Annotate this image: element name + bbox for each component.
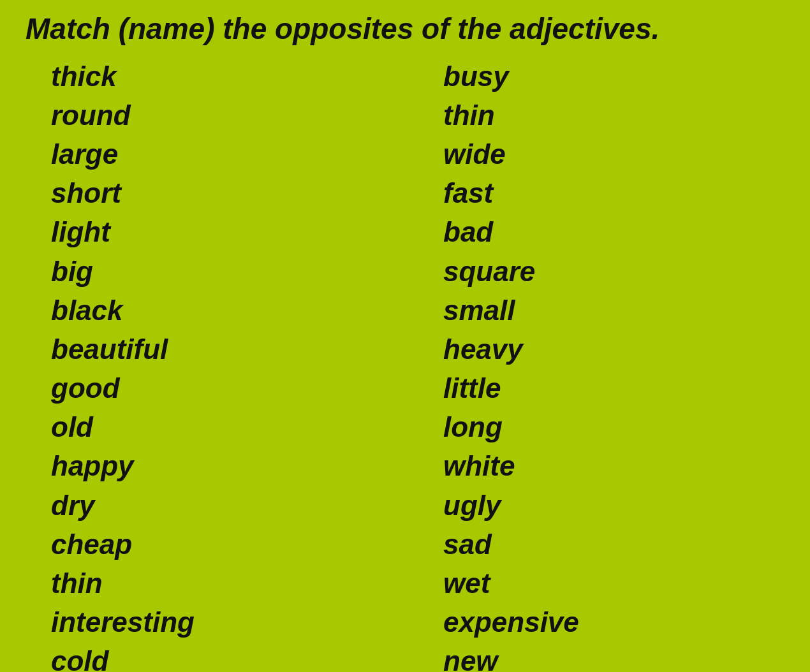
list-item: small: [405, 291, 784, 330]
list-item: little: [405, 369, 784, 407]
list-item: old: [26, 407, 405, 446]
list-item: sad: [405, 525, 784, 564]
list-item: thin: [26, 564, 405, 603]
list-item: good: [26, 369, 405, 407]
list-item: new: [405, 641, 784, 672]
list-item: beautiful: [26, 330, 405, 369]
list-item: thin: [405, 96, 784, 135]
list-item: heavy: [405, 330, 784, 369]
list-item: wide: [405, 135, 784, 173]
list-item: black: [26, 291, 405, 330]
list-item: cold: [26, 641, 405, 672]
list-item: long: [405, 407, 784, 446]
list-item: cheap: [26, 525, 405, 564]
list-item: wet: [405, 564, 784, 603]
list-item: square: [405, 252, 784, 291]
list-item: busy: [405, 57, 784, 96]
list-item: thick: [26, 57, 405, 96]
list-item: large: [26, 135, 405, 173]
list-item: bad: [405, 212, 784, 251]
list-item: round: [26, 96, 405, 135]
word-grid: thickbusyroundthinlargewideshortfastligh…: [26, 57, 784, 672]
list-item: dry: [26, 486, 405, 525]
list-item: expensive: [405, 603, 784, 641]
list-item: happy: [26, 446, 405, 485]
list-item: short: [26, 173, 405, 212]
list-item: interesting: [26, 603, 405, 641]
list-item: light: [26, 212, 405, 251]
page-title: Match (name) the opposites of the adject…: [26, 13, 784, 45]
list-item: big: [26, 252, 405, 291]
list-item: white: [405, 446, 784, 485]
list-item: fast: [405, 173, 784, 212]
list-item: ugly: [405, 486, 784, 525]
